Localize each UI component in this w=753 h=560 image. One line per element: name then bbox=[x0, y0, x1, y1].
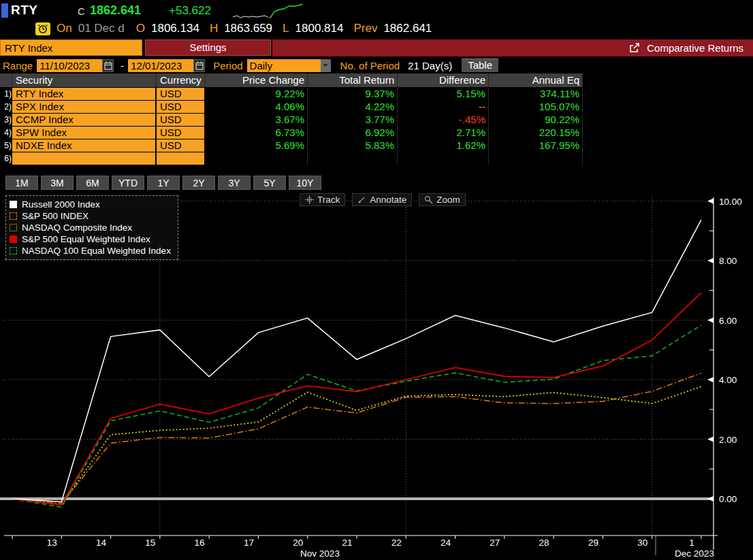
period-button-3y[interactable]: 3Y bbox=[218, 176, 251, 190]
x-axis-tick-label: 24 bbox=[440, 538, 451, 548]
chevron-down-icon[interactable] bbox=[321, 59, 331, 72]
security-cell[interactable]: SPW Index bbox=[12, 127, 157, 139]
annotate-button[interactable]: Annotate bbox=[352, 193, 412, 206]
currency-cell[interactable]: USD bbox=[157, 88, 206, 100]
series-line-0 bbox=[12, 220, 701, 501]
column-header-total-return[interactable]: Total Return bbox=[308, 73, 398, 87]
annual-eq-cell bbox=[489, 152, 583, 165]
row-number: 4) bbox=[0, 127, 12, 139]
price-sparkline bbox=[231, 3, 313, 22]
period-button-1y[interactable]: 1Y bbox=[147, 176, 180, 190]
currency-cell[interactable]: USD bbox=[157, 114, 206, 126]
legend-item[interactable]: NASDAQ 100 Equal Weighted Index bbox=[10, 245, 171, 257]
track-button[interactable]: Track bbox=[300, 193, 345, 206]
y-axis-tick-label: 8.00 bbox=[719, 256, 737, 266]
currency-cell[interactable]: USD bbox=[157, 127, 206, 139]
price-change-cell: 6.73% bbox=[206, 127, 308, 139]
security-cell[interactable] bbox=[12, 152, 157, 165]
legend-item[interactable]: Russell 2000 Index bbox=[10, 199, 171, 210]
annual-eq-cell: 105.07% bbox=[489, 101, 583, 113]
currency-cell[interactable]: USD bbox=[157, 101, 206, 113]
price-change-cell: 4.06% bbox=[206, 101, 308, 113]
calendar-icon[interactable] bbox=[193, 59, 205, 72]
row-blank bbox=[583, 139, 753, 152]
chart-area[interactable]: Russell 2000 IndexS&P 500 INDEXNASDAQ Co… bbox=[0, 193, 753, 560]
returns-table: Security Currency Price Change Total Ret… bbox=[0, 73, 753, 165]
difference-cell: -.45% bbox=[398, 114, 489, 126]
security-cell[interactable]: RTY Index bbox=[12, 88, 157, 100]
total-return-cell: 6.92% bbox=[308, 127, 398, 139]
x-axis-tick-label: 16 bbox=[195, 538, 205, 548]
session-label: On bbox=[57, 22, 72, 35]
page-title: Comparative Returns bbox=[647, 42, 743, 54]
column-header-price-change[interactable]: Price Change bbox=[206, 73, 308, 87]
currency-cell[interactable] bbox=[157, 152, 206, 165]
session-clock-icon bbox=[35, 22, 50, 35]
table-button[interactable]: Table bbox=[462, 59, 498, 72]
tab-bar: RTY Index Settings Comparative Returns bbox=[0, 39, 753, 57]
close-value: 1862.641 bbox=[90, 3, 141, 18]
export-icon[interactable] bbox=[629, 43, 640, 53]
low-label: L bbox=[283, 22, 289, 35]
row-number: 1) bbox=[0, 88, 12, 100]
crosshair-icon bbox=[305, 195, 314, 204]
period-button-6m[interactable]: 6M bbox=[76, 176, 109, 190]
legend-item[interactable]: S&P 500 Equal Weighted Index bbox=[10, 233, 171, 245]
period-button-ytd[interactable]: YTD bbox=[112, 176, 144, 190]
y-axis-tick-label: 2.00 bbox=[719, 435, 737, 445]
legend-swatch-icon bbox=[10, 224, 17, 231]
security-cell[interactable]: SPX Index bbox=[12, 101, 157, 113]
ticker-color-marker bbox=[1, 3, 8, 18]
function-title-bar: Comparative Returns bbox=[272, 39, 753, 56]
ticker-symbol: RTY bbox=[11, 3, 38, 18]
open-label: O bbox=[136, 22, 145, 35]
calendar-icon[interactable] bbox=[102, 59, 114, 72]
column-header-difference[interactable]: Difference bbox=[398, 73, 489, 87]
legend-label: NASDAQ Composite Index bbox=[22, 223, 132, 233]
column-header-annual-eq[interactable]: Annual Eq bbox=[489, 73, 583, 87]
total-return-cell: 9.37% bbox=[308, 88, 398, 100]
legend-label: S&P 500 INDEX bbox=[22, 211, 89, 221]
legend-swatch-icon bbox=[10, 235, 17, 243]
difference-cell: -- bbox=[398, 101, 489, 113]
low-value: 1800.814 bbox=[295, 22, 344, 35]
period-button-2y[interactable]: 2Y bbox=[182, 176, 215, 190]
num-period-label: No. of Period bbox=[340, 60, 400, 71]
chart-legend: Russell 2000 IndexS&P 500 INDEXNASDAQ Co… bbox=[5, 195, 178, 260]
y-axis-tick-label: 0.00 bbox=[719, 494, 737, 504]
total-return-cell: 3.77% bbox=[308, 114, 398, 126]
price-change-cell: 5.69% bbox=[206, 139, 308, 152]
x-axis-tick-label: 17 bbox=[244, 538, 254, 548]
row-number: 2) bbox=[0, 101, 12, 113]
zoom-button[interactable]: Zoom bbox=[419, 193, 466, 206]
security-ticker-input[interactable]: RTY Index bbox=[0, 39, 142, 56]
range-end-input[interactable]: 12/01/2023 bbox=[128, 59, 193, 72]
security-cell[interactable]: NDXE Index bbox=[12, 139, 157, 152]
difference-cell bbox=[398, 152, 489, 165]
legend-item[interactable]: S&P 500 INDEX bbox=[10, 210, 171, 222]
row-number: 5) bbox=[0, 139, 12, 152]
currency-cell[interactable]: USD bbox=[157, 139, 206, 152]
period-button-3m[interactable]: 3M bbox=[41, 176, 74, 190]
column-header-currency[interactable]: Currency bbox=[157, 73, 206, 87]
range-start-input[interactable]: 11/10/2023 bbox=[37, 59, 102, 72]
row-blank bbox=[583, 88, 753, 100]
period-button-10y[interactable]: 10Y bbox=[289, 176, 321, 190]
difference-cell: 5.15% bbox=[398, 88, 489, 100]
legend-label: Russell 2000 Index bbox=[22, 199, 100, 210]
annual-eq-cell: 167.95% bbox=[489, 139, 583, 152]
column-header-security[interactable]: Security bbox=[12, 73, 157, 87]
num-period-value: 21 Day(s) bbox=[408, 60, 452, 71]
period-button-row: 1M3M6MYTD1Y2Y3Y5Y10Y bbox=[5, 176, 321, 190]
security-cell[interactable]: CCMP Index bbox=[12, 114, 157, 126]
month-label-dec: Dec 2023 bbox=[675, 548, 714, 559]
x-axis-tick-label: 20 bbox=[293, 538, 303, 548]
period-button-5y[interactable]: 5Y bbox=[253, 176, 286, 190]
period-button-1m[interactable]: 1M bbox=[5, 176, 38, 190]
legend-item[interactable]: NASDAQ Composite Index bbox=[10, 222, 171, 233]
total-return-cell bbox=[308, 152, 398, 165]
session-date: 01 Dec d bbox=[78, 22, 125, 35]
total-return-cell: 5.83% bbox=[308, 139, 398, 152]
period-select[interactable]: Daily bbox=[247, 59, 321, 72]
tab-settings[interactable]: Settings bbox=[145, 39, 271, 56]
